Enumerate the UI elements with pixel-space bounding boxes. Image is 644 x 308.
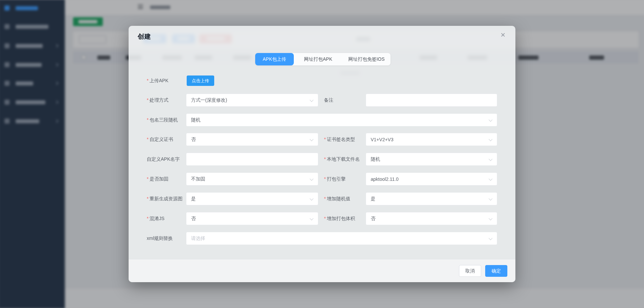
chevron-down-icon: [310, 137, 313, 141]
chevron-down-icon: [489, 137, 492, 141]
chevron-down-icon: [489, 216, 492, 220]
chevron-down-icon: [310, 197, 313, 200]
chevron-down-icon: [489, 236, 492, 240]
form-row: *处理方式 方式一(深度修改) 备注: [129, 94, 515, 107]
field-label: *打包引擎: [324, 172, 346, 186]
form-row: *自定义证书 否 *证书签名类型 V1+V2+V3: [129, 133, 515, 146]
required-marker: *: [324, 216, 326, 221]
process-method-select[interactable]: 方式一(深度修改): [186, 94, 318, 107]
required-marker: *: [147, 117, 148, 122]
tab-url-pack-apk[interactable]: 网址打包APK: [294, 53, 342, 65]
dialog-title: 创建: [138, 32, 151, 41]
required-marker: *: [147, 78, 148, 83]
required-marker: *: [147, 97, 148, 103]
chevron-down-icon: [489, 177, 492, 181]
tab-url-pack-ios[interactable]: 网址打包免签IOS: [342, 53, 390, 65]
screen: 创建 × APK包上传 网址打包APK 网址打包免签IOS *上传APK 点击上…: [0, 0, 644, 308]
xml-rule-select[interactable]: 请选择: [186, 232, 497, 245]
form-row: 自定义APK名字 *本地下载文件名 随机: [129, 153, 515, 166]
required-marker: *: [147, 176, 148, 182]
chevron-down-icon: [310, 98, 313, 102]
pack-engine-select[interactable]: apktool2.11.0: [366, 172, 497, 186]
field-label: *上传APK: [147, 74, 168, 87]
field-label: *增加随机值: [324, 192, 350, 205]
local-download-name-select[interactable]: 随机: [366, 153, 497, 166]
chevron-down-icon: [310, 216, 313, 220]
remark-input[interactable]: [366, 94, 497, 107]
form-row: *包名三段随机 随机: [129, 113, 515, 126]
confirm-button[interactable]: 确定: [485, 265, 507, 277]
required-marker: *: [324, 137, 326, 142]
cancel-button[interactable]: 取消: [459, 265, 481, 277]
add-random-value-select[interactable]: 是: [366, 192, 497, 205]
required-marker: *: [147, 137, 148, 142]
field-label: *包名三段随机: [147, 113, 178, 126]
form-row: xml规则替换 请选择: [129, 232, 515, 245]
custom-apk-name-input[interactable]: [186, 153, 318, 166]
upload-apk-button[interactable]: 点击上传: [187, 75, 214, 86]
obfuscate-js-select[interactable]: 否: [186, 212, 318, 225]
field-label: xml规则替换: [147, 232, 173, 245]
regen-resource-select[interactable]: 是: [186, 192, 318, 205]
required-marker: *: [324, 196, 326, 201]
harden-select[interactable]: 不加固: [186, 172, 318, 186]
package-name-random-select[interactable]: 随机: [186, 113, 497, 126]
field-label: 自定义APK名字: [147, 153, 180, 166]
create-dialog: 创建 × APK包上传 网址打包APK 网址打包免签IOS *上传APK 点击上…: [129, 26, 515, 282]
form-row: *混淆JS 否 *增加打包体积 否: [129, 212, 515, 225]
add-pack-volume-select[interactable]: 否: [366, 212, 497, 225]
field-label: *处理方式: [147, 94, 168, 107]
field-label: *增加打包体积: [324, 212, 355, 225]
tab-group: APK包上传 网址打包APK 网址打包免签IOS: [255, 53, 390, 65]
field-label: *重新生成资源图: [147, 192, 182, 205]
dialog-footer: 取消 确定: [129, 259, 515, 282]
field-label: *混淆JS: [147, 212, 165, 225]
chevron-down-icon: [489, 118, 492, 121]
field-label: *本地下载文件名: [324, 153, 360, 166]
chevron-down-icon: [489, 197, 492, 200]
chevron-down-icon: [489, 157, 492, 161]
required-marker: *: [147, 196, 148, 201]
cert-sign-type-select[interactable]: V1+V2+V3: [366, 133, 497, 146]
form-row-upload: *上传APK 点击上传: [129, 74, 515, 87]
field-label: *自定义证书: [147, 133, 173, 146]
chevron-down-icon: [310, 177, 313, 181]
field-label: *证书签名类型: [324, 133, 355, 146]
required-marker: *: [324, 176, 326, 182]
form-row: *重新生成资源图 是 *增加随机值 是: [129, 192, 515, 205]
tab-apk-upload[interactable]: APK包上传: [255, 53, 294, 65]
field-label: 备注: [324, 94, 333, 107]
form-row: *是否加固 不加固 *打包引擎 apktool2.11.0: [129, 172, 515, 186]
close-icon[interactable]: ×: [498, 30, 508, 40]
required-marker: *: [324, 156, 326, 162]
field-label: *是否加固: [147, 172, 168, 186]
required-marker: *: [147, 216, 148, 221]
custom-cert-select[interactable]: 否: [186, 133, 318, 146]
